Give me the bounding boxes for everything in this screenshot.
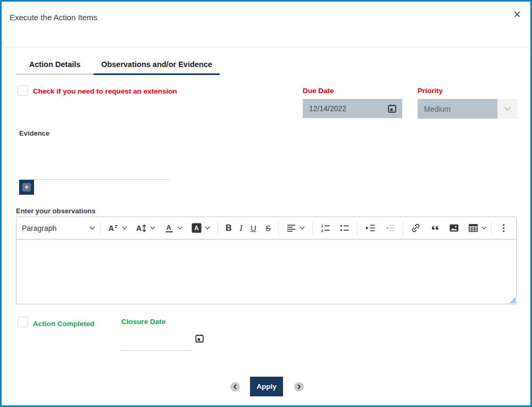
indent-button[interactable] (362, 221, 378, 235)
toolbar-separator (403, 221, 403, 235)
close-button[interactable]: × (510, 6, 524, 23)
font-family-icon: A (108, 223, 119, 234)
block-quote-button[interactable] (427, 221, 443, 235)
toolbar-separator (278, 221, 279, 235)
insert-image-button[interactable] (446, 221, 462, 235)
tab-action-details[interactable]: Action Details (16, 60, 94, 75)
svg-text:A: A (109, 224, 114, 232)
extension-label: Check if you need to request an extensio… (33, 87, 177, 95)
chevron-down-icon (89, 226, 95, 230)
evidence-field-underline (19, 179, 170, 180)
block-quote-icon (430, 223, 440, 233)
add-evidence-button[interactable]: + (19, 180, 34, 195)
priority-label: Priority (418, 87, 443, 95)
font-background-color-button[interactable]: A (189, 221, 213, 235)
insert-table-icon (468, 223, 478, 233)
close-icon: × (513, 7, 521, 21)
rich-text-editor: Paragraph A A (16, 217, 517, 304)
numbered-list-button[interactable]: 1 2 (318, 221, 333, 235)
execute-action-items-dialog: Execute the Action Items × Action Detail… (0, 0, 532, 407)
svg-text:2: 2 (321, 228, 323, 233)
italic-button[interactable]: I (238, 223, 244, 233)
chevron-down-icon (497, 99, 518, 119)
editor-toolbar: Paragraph A A (16, 217, 517, 239)
due-date-input[interactable]: 12/14/2022 (303, 99, 402, 118)
toolbar-separator (218, 221, 218, 235)
paragraph-style-value: Paragraph (22, 224, 56, 232)
indent-icon (365, 223, 376, 233)
text-alignment-button[interactable] (284, 221, 307, 235)
apply-button[interactable]: Apply (250, 377, 283, 396)
action-completed-checkbox[interactable] (18, 317, 28, 327)
insert-image-icon (449, 223, 459, 233)
resize-handle[interactable] (509, 297, 516, 303)
bold-button[interactable]: B (223, 221, 235, 235)
next-button[interactable] (294, 382, 304, 392)
numbered-list-icon: 1 2 (320, 223, 330, 233)
chevron-down-icon (122, 226, 127, 230)
dialog-title: Execute the Action Items (10, 13, 97, 22)
chevron-down-icon (150, 226, 155, 230)
bulleted-list-button[interactable] (337, 221, 352, 235)
observations-editor-area[interactable] (16, 239, 517, 304)
font-size-button[interactable]: A (134, 221, 158, 236)
chevron-right-icon (297, 384, 301, 389)
font-background-color-icon: A (192, 223, 202, 233)
font-size-icon: A (136, 223, 147, 234)
toolbar-separator (100, 221, 101, 235)
priority-value: Medium (418, 99, 497, 119)
observations-label: Enter your observations (16, 207, 96, 215)
evidence-label: Evidence (19, 129, 49, 137)
align-left-icon (286, 223, 296, 233)
due-date-value: 12/14/2022 (309, 104, 387, 113)
font-color-icon: A (164, 223, 174, 234)
extension-checkbox[interactable] (18, 85, 28, 96)
font-family-button[interactable]: A (105, 221, 130, 236)
link-icon (411, 223, 421, 233)
due-date-label: Due Date (303, 87, 334, 95)
header-divider (2, 47, 530, 47)
action-completed-label: Action Completed (33, 320, 95, 328)
svg-text:A: A (167, 223, 172, 231)
svg-text:A: A (136, 224, 142, 232)
font-color-button[interactable]: A (162, 221, 185, 236)
more-options-button[interactable]: ⋮ (496, 220, 511, 236)
tab-observations-evidence[interactable]: Observations and/or Evidence (94, 60, 220, 75)
outdent-icon (385, 223, 395, 233)
strikethrough-button[interactable]: S (263, 221, 273, 235)
chevron-down-icon (205, 226, 210, 230)
toolbar-separator (491, 221, 492, 235)
chevron-left-icon (233, 384, 237, 389)
calendar-icon[interactable] (195, 334, 204, 343)
toolbar-separator (312, 221, 313, 235)
closure-date-input[interactable] (121, 336, 191, 351)
calendar-icon[interactable] (387, 104, 397, 113)
tab-bar: Action Details Observations and/or Evide… (16, 60, 220, 75)
toolbar-separator (357, 221, 358, 235)
chevron-down-icon (481, 226, 487, 230)
chevron-down-icon (300, 226, 305, 230)
closure-date-label: Closure Date (121, 318, 165, 326)
plus-icon: + (22, 183, 31, 192)
paragraph-style-dropdown[interactable]: Paragraph (22, 224, 95, 232)
link-button[interactable] (408, 221, 423, 235)
bulleted-list-icon (339, 223, 350, 233)
priority-select[interactable]: Medium (418, 99, 518, 119)
previous-button[interactable] (230, 382, 240, 392)
svg-text:A: A (194, 225, 199, 232)
chevron-down-icon (177, 226, 182, 230)
underline-button[interactable]: U (248, 221, 259, 235)
insert-table-button[interactable] (466, 221, 489, 235)
outdent-button[interactable] (382, 221, 398, 235)
